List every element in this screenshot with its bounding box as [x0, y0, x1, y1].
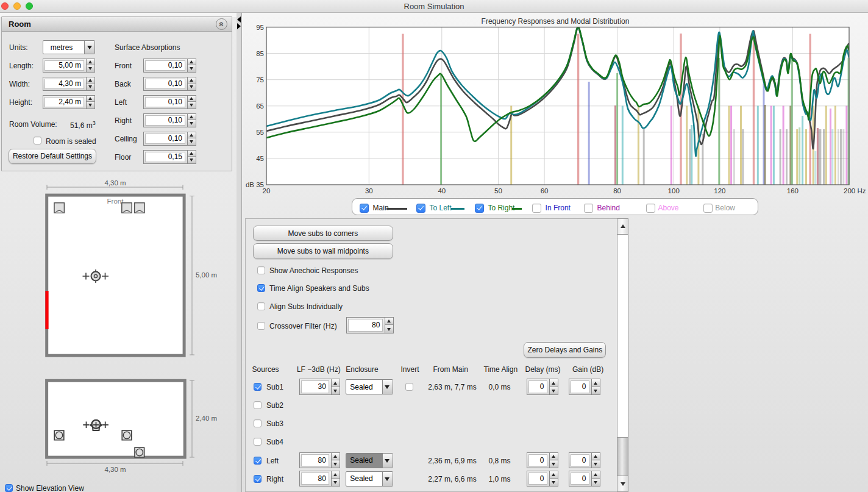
svg-text:60: 60	[541, 187, 549, 194]
svg-text:45: 45	[256, 155, 264, 162]
svg-text:65: 65	[256, 102, 264, 110]
svg-text:50: 50	[494, 187, 502, 194]
svg-text:4,30 m: 4,30 m	[104, 179, 126, 187]
svg-text:160: 160	[787, 187, 799, 194]
svg-text:95: 95	[256, 24, 264, 31]
svg-text:dB 35: dB 35	[246, 181, 264, 188]
svg-text:Frequency Responses and Modal: Frequency Responses and Modal Distributi…	[482, 17, 630, 26]
svg-text:200 Hz: 200 Hz	[844, 187, 866, 194]
svg-text:2,40 m: 2,40 m	[196, 415, 217, 422]
svg-text:40: 40	[438, 187, 446, 194]
svg-text:120: 120	[714, 187, 725, 194]
svg-text:4,30 m: 4,30 m	[104, 466, 126, 473]
svg-text:80: 80	[613, 187, 621, 194]
svg-text:85: 85	[256, 50, 264, 57]
svg-text:5,00 m: 5,00 m	[196, 271, 217, 279]
svg-text:75: 75	[256, 76, 264, 84]
svg-text:30: 30	[365, 187, 373, 194]
svg-text:100: 100	[668, 187, 680, 194]
svg-text:55: 55	[256, 129, 264, 136]
svg-text:20: 20	[263, 187, 271, 194]
